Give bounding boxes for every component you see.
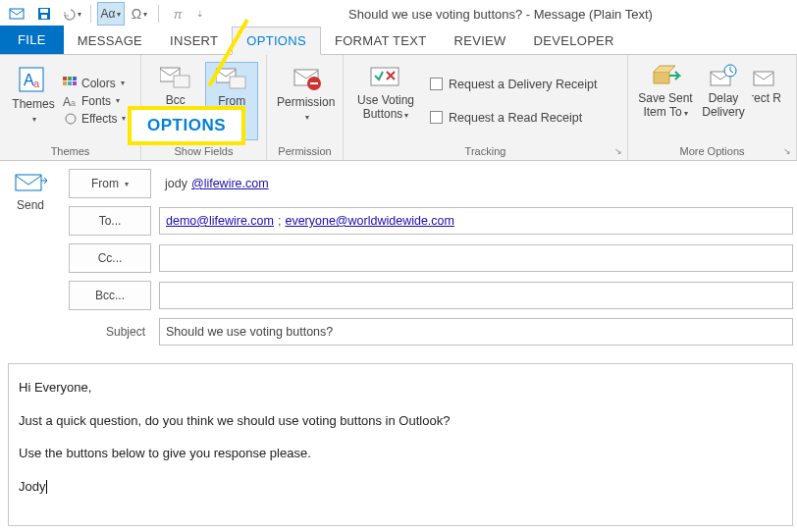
svg-rect-27 bbox=[16, 175, 41, 190]
subject-label: Subject bbox=[69, 325, 151, 339]
tab-review[interactable]: REVIEW bbox=[441, 27, 520, 54]
subject-field[interactable]: Should we use voting buttons? bbox=[159, 318, 793, 346]
request-delivery-receipt-checkbox[interactable]: Request a Delivery Receipt bbox=[430, 68, 597, 101]
group-label-show-fields: Show Fields bbox=[175, 145, 234, 157]
window-title: Should we use voting buttons? - Message … bbox=[208, 7, 793, 22]
svg-text:A: A bbox=[63, 95, 71, 108]
direct-replies-button[interactable]: Direct Rep bbox=[752, 62, 781, 140]
permission-button[interactable]: Permission▾ bbox=[275, 62, 337, 140]
from-value: jody@lifewire.com bbox=[159, 177, 793, 190]
svg-rect-8 bbox=[68, 77, 72, 80]
checkbox-icon bbox=[430, 111, 443, 124]
effects-button[interactable]: Effects▾ bbox=[59, 110, 130, 128]
themes-button[interactable]: Aa Themes▾ bbox=[8, 62, 59, 140]
from-button[interactable]: From bbox=[205, 62, 258, 140]
svg-rect-0 bbox=[10, 9, 24, 19]
from-dropdown-button[interactable]: From▾ bbox=[69, 169, 151, 198]
body-line: Just a quick question, do you think we s… bbox=[19, 411, 782, 431]
tab-insert[interactable]: INSERT bbox=[156, 27, 232, 54]
to-recipient-2[interactable]: everyone@worldwidewide.com bbox=[285, 214, 454, 228]
save-icon[interactable] bbox=[31, 2, 57, 26]
request-read-receipt-checkbox[interactable]: Request a Read Receipt bbox=[430, 101, 597, 134]
save-sent-item-to-button[interactable]: Save Sent Item To▾ bbox=[636, 62, 695, 140]
case-toggle-icon[interactable]: Aα▾ bbox=[97, 2, 125, 26]
svg-text:a: a bbox=[33, 78, 40, 89]
checkbox-icon bbox=[430, 78, 443, 90]
group-more-options: Save Sent Item To▾ Delay Delivery Direct… bbox=[628, 55, 797, 160]
svg-rect-11 bbox=[68, 81, 72, 85]
to-button[interactable]: To... bbox=[69, 206, 151, 236]
svg-text:a: a bbox=[71, 98, 76, 108]
send-button[interactable]: Send bbox=[14, 171, 47, 212]
qat-customize-icon[interactable]: ⇣ bbox=[192, 2, 208, 26]
message-body[interactable]: Hi Everyone, Just a quick question, do y… bbox=[8, 363, 793, 526]
tab-message[interactable]: MESSAGE bbox=[64, 27, 156, 54]
group-show-fields: Bcc From Show Fields bbox=[141, 55, 267, 160]
svg-rect-19 bbox=[230, 77, 245, 88]
compose-area: Send From▾ jody@lifewire.com To... demo@… bbox=[0, 161, 797, 526]
body-line: Hi Everyone, bbox=[19, 378, 782, 398]
bcc-button[interactable]: Bcc bbox=[149, 62, 201, 140]
omega-icon[interactable]: Ω▾ bbox=[127, 2, 152, 26]
group-label-permission: Permission bbox=[278, 145, 331, 157]
group-label-more-options: More Options bbox=[679, 145, 744, 157]
svg-rect-17 bbox=[174, 76, 189, 87]
delay-delivery-button[interactable]: Delay Delivery bbox=[697, 62, 750, 140]
tab-developer[interactable]: DEVELOPER bbox=[520, 27, 628, 54]
ribbon: OPTIONS Aa Themes▾ Colors▾ Aa Fonts▾ Eff… bbox=[0, 55, 797, 161]
ribbon-tabs: FILE MESSAGE INSERT OPTIONS FORMAT TEXT … bbox=[0, 27, 797, 55]
svg-rect-12 bbox=[73, 81, 77, 85]
group-tracking: Use Voting Buttons▾ Request a Delivery R… bbox=[344, 55, 628, 160]
svg-rect-2 bbox=[40, 9, 48, 13]
tab-options[interactable]: OPTIONS bbox=[232, 27, 321, 55]
body-line: Use the buttons below to give you respon… bbox=[19, 444, 782, 463]
svg-point-15 bbox=[66, 114, 76, 124]
svg-rect-22 bbox=[310, 82, 318, 84]
cc-field[interactable] bbox=[159, 244, 793, 272]
svg-rect-9 bbox=[73, 77, 77, 80]
svg-rect-10 bbox=[63, 81, 67, 85]
group-label-themes: Themes bbox=[51, 145, 90, 157]
tab-format-text[interactable]: FORMAT TEXT bbox=[321, 27, 441, 54]
group-label-tracking: Tracking bbox=[465, 145, 506, 157]
tab-file[interactable]: FILE bbox=[0, 26, 64, 54]
cc-button[interactable]: Cc... bbox=[69, 243, 151, 273]
from-domain-link[interactable]: @lifewire.com bbox=[191, 177, 269, 190]
tracking-dialog-launcher-icon[interactable]: ↘ bbox=[612, 145, 624, 157]
group-themes: Aa Themes▾ Colors▾ Aa Fonts▾ Effects▾ Th… bbox=[0, 55, 141, 160]
colors-button[interactable]: Colors▾ bbox=[59, 75, 130, 92]
to-recipient-1[interactable]: demo@lifewire.com bbox=[166, 214, 274, 228]
undo-dropdown-icon[interactable]: ▾ bbox=[59, 2, 84, 26]
group-permission: Permission▾ Permission bbox=[267, 55, 344, 160]
bcc-field[interactable] bbox=[159, 282, 793, 309]
svg-rect-26 bbox=[754, 72, 773, 85]
use-voting-buttons[interactable]: Use Voting Buttons▾ bbox=[351, 62, 420, 140]
body-line: Jody bbox=[19, 477, 782, 497]
pi-icon[interactable]: π bbox=[165, 2, 190, 26]
send-icon bbox=[14, 171, 47, 194]
fonts-button[interactable]: Aa Fonts▾ bbox=[59, 92, 130, 110]
svg-rect-7 bbox=[63, 77, 67, 80]
to-field[interactable]: demo@lifewire.com; everyone@worldwidewid… bbox=[159, 207, 793, 235]
more-options-dialog-launcher-icon[interactable]: ↘ bbox=[781, 145, 793, 157]
title-bar: ▾ Aα▾ Ω▾ π ⇣ Should we use voting button… bbox=[0, 0, 797, 27]
svg-rect-3 bbox=[41, 15, 47, 19]
bcc-button[interactable]: Bcc... bbox=[69, 281, 151, 310]
text-caret bbox=[45, 479, 47, 494]
app-icon[interactable] bbox=[4, 2, 29, 26]
quick-access-toolbar: ▾ Aα▾ Ω▾ π ⇣ bbox=[4, 2, 208, 26]
